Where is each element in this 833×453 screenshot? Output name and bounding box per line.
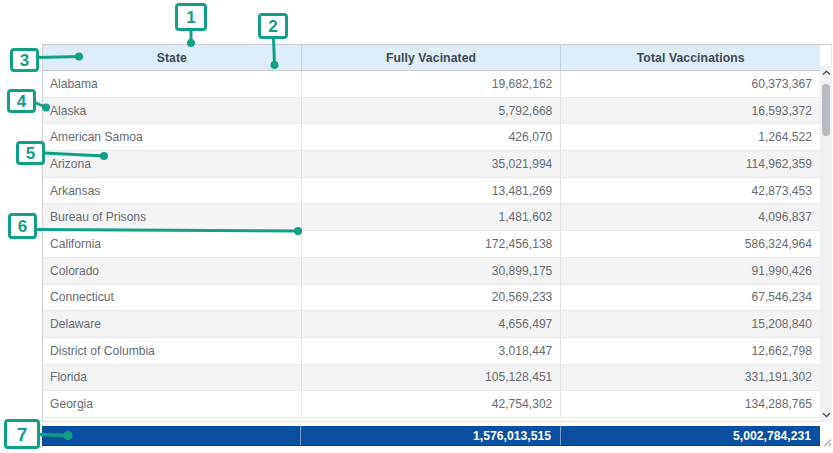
cell-total-vaccinations: 586,324,964 bbox=[561, 231, 820, 257]
table-row[interactable]: Connecticut20,569,23367,546,234 bbox=[43, 285, 820, 312]
cell-total-vaccinations: 15,208,840 bbox=[561, 311, 820, 337]
cell-fully-vaccinated: 105,128,451 bbox=[302, 365, 562, 391]
cell-fully-vaccinated: 1,481,602 bbox=[302, 204, 562, 230]
table-row[interactable]: American Samoa426,0701,264,522 bbox=[43, 124, 820, 151]
cell-state: Bureau of Prisons bbox=[43, 204, 302, 230]
vertical-scrollbar[interactable] bbox=[820, 66, 832, 422]
cell-state: Delaware bbox=[43, 311, 302, 337]
cell-fully-vaccinated: 19,682,162 bbox=[302, 71, 562, 97]
table-header-row: State Fully Vacinated Total Vaccinations bbox=[42, 44, 820, 71]
cell-state: Colorado bbox=[43, 258, 302, 284]
cell-total-vaccinations: 42,873,453 bbox=[561, 178, 820, 204]
cell-total-vaccinations: 114,962,359 bbox=[561, 151, 820, 177]
table-row[interactable]: Bureau of Prisons1,481,6024,096,837 bbox=[43, 204, 820, 231]
column-header-fully-vaccinated[interactable]: Fully Vacinated bbox=[302, 45, 562, 70]
column-header-total-vaccinations[interactable]: Total Vaccinations bbox=[561, 45, 820, 70]
chevron-down-icon bbox=[822, 412, 831, 418]
table-row[interactable]: District of Columbia3,018,44712,662,798 bbox=[43, 338, 820, 365]
cell-state: Florida bbox=[43, 365, 302, 391]
summary-cell-total-vaccinations: 5,002,784,231 bbox=[561, 426, 820, 445]
cell-total-vaccinations: 331,191,302 bbox=[561, 365, 820, 391]
table-row[interactable]: Arizona35,021,994114,962,359 bbox=[43, 151, 820, 178]
cell-fully-vaccinated: 42,754,302 bbox=[302, 391, 562, 417]
cell-state: California bbox=[43, 231, 302, 257]
table-row[interactable]: Colorado30,899,17591,990,426 bbox=[43, 258, 820, 285]
summary-cell-fully-vaccinated: 1,576,013,515 bbox=[301, 426, 561, 445]
scroll-down-button[interactable] bbox=[820, 408, 832, 422]
resize-grip-icon[interactable] bbox=[822, 437, 832, 447]
cell-fully-vaccinated: 3,018,447 bbox=[302, 338, 562, 364]
callout-marker-2: 2 bbox=[258, 13, 288, 39]
scrollbar-thumb[interactable] bbox=[822, 84, 830, 136]
cell-fully-vaccinated: 35,021,994 bbox=[302, 151, 562, 177]
callout-marker-1: 1 bbox=[175, 3, 207, 31]
cell-state: Arizona bbox=[43, 151, 302, 177]
cell-total-vaccinations: 1,264,522 bbox=[561, 124, 820, 150]
cell-total-vaccinations: 67,546,234 bbox=[561, 285, 820, 311]
cell-fully-vaccinated: 426,070 bbox=[302, 124, 562, 150]
cell-total-vaccinations: 4,096,837 bbox=[561, 204, 820, 230]
cell-state: Connecticut bbox=[43, 285, 302, 311]
callout-marker-5: 5 bbox=[16, 141, 45, 165]
callout-marker-4: 4 bbox=[7, 89, 36, 113]
callout-marker-3: 3 bbox=[10, 48, 39, 72]
summary-cell-state bbox=[42, 426, 301, 445]
cell-fully-vaccinated: 172,456,138 bbox=[302, 231, 562, 257]
cell-fully-vaccinated: 5,792,668 bbox=[302, 98, 562, 124]
cell-fully-vaccinated: 30,899,175 bbox=[302, 258, 562, 284]
table-body: Alabama19,682,16260,373,367Alaska5,792,6… bbox=[42, 71, 820, 419]
callout-marker-6: 6 bbox=[8, 213, 37, 239]
cell-total-vaccinations: 12,662,798 bbox=[561, 338, 820, 364]
cell-total-vaccinations: 134,288,765 bbox=[561, 391, 820, 417]
table-row[interactable]: California172,456,138586,324,964 bbox=[43, 231, 820, 258]
cell-state: Arkansas bbox=[43, 178, 302, 204]
cell-total-vaccinations: 16,593,372 bbox=[561, 98, 820, 124]
table-row[interactable]: Alabama19,682,16260,373,367 bbox=[43, 71, 820, 98]
cell-state: Georgia bbox=[43, 391, 302, 417]
summary-row: 1,576,013,515 5,002,784,231 bbox=[42, 426, 820, 446]
attribute-table-screenshot: State Fully Vacinated Total Vaccinations… bbox=[0, 0, 833, 453]
cell-total-vaccinations: 60,373,367 bbox=[561, 71, 820, 97]
table-row[interactable]: Florida105,128,451331,191,302 bbox=[43, 365, 820, 392]
cell-fully-vaccinated: 20,569,233 bbox=[302, 285, 562, 311]
cell-state: Alaska bbox=[43, 98, 302, 124]
table-row[interactable]: Arkansas13,481,26942,873,453 bbox=[43, 178, 820, 205]
scroll-up-button[interactable] bbox=[820, 66, 832, 80]
callout-marker-7: 7 bbox=[4, 419, 40, 449]
column-header-state[interactable]: State bbox=[43, 45, 302, 70]
table-row[interactable]: Delaware4,656,49715,208,840 bbox=[43, 311, 820, 338]
table-row[interactable]: Georgia42,754,302134,288,765 bbox=[43, 391, 820, 418]
cell-fully-vaccinated: 4,656,497 bbox=[302, 311, 562, 337]
cell-total-vaccinations: 91,990,426 bbox=[561, 258, 820, 284]
table-row[interactable]: Alaska5,792,66816,593,372 bbox=[43, 98, 820, 125]
cell-fully-vaccinated: 13,481,269 bbox=[302, 178, 562, 204]
cell-state: Alabama bbox=[43, 71, 302, 97]
chevron-up-icon bbox=[822, 70, 831, 76]
cell-state: American Samoa bbox=[43, 124, 302, 150]
cell-state: District of Columbia bbox=[43, 338, 302, 364]
